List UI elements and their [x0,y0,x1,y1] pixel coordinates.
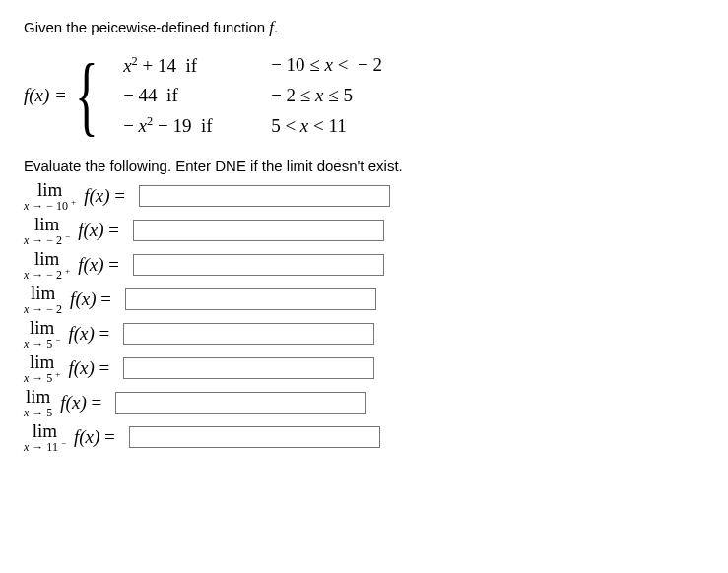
fx-expression: f(x) = [74,426,123,448]
limit-row: limx → 5 +f(x) = [24,352,704,384]
limit-row: limx → − 10 +f(x) = [24,180,704,212]
limit-row: limx → − 2 f(x) = [24,284,704,315]
limit-notation: limx → − 10 + [24,180,76,212]
limit-row: limx → 5 −f(x) = [24,318,704,350]
fx-expression: f(x) = [68,323,117,345]
lim-word: lim [34,249,59,268]
limit-row: limx → 5 f(x) = [24,387,704,418]
limit-answer-input[interactable] [123,323,374,345]
limit-row: limx → − 2 +f(x) = [24,249,704,281]
piece-expr: − 44 if [123,85,271,106]
lim-approach: x → 5 − [24,338,60,350]
limit-answer-input[interactable] [139,185,390,207]
piecewise-definition: f(x) = { x2 + 14 if − 10 ≤ x < − 2 − 44 … [24,51,704,140]
intro-suffix: . [274,19,278,35]
limit-notation: limx → 11 − [24,421,66,453]
lim-approach: x → − 2 − [24,234,70,246]
intro-prefix: Given the peicewise-defined function [24,19,269,35]
limit-notation: limx → − 2 + [24,249,70,281]
lim-word: lim [34,215,59,233]
limit-answer-input[interactable] [133,254,384,276]
limit-answer-input[interactable] [115,392,366,414]
lim-approach: x → − 10 + [24,200,76,212]
limit-notation: limx → 5 + [24,352,60,384]
limit-answer-input[interactable] [133,220,384,241]
piece-expr: − x2 − 19 if [123,114,271,137]
piece-row: − 44 if − 2 ≤ x ≤ 5 [123,85,458,106]
fx-expression: f(x) = [68,357,117,379]
problem-page: Given the peicewise-defined function f. … [0,0,728,573]
lim-approach: x → 5 + [24,372,60,384]
fx-expression: f(x) = [78,220,127,241]
left-brace-icon: { [75,51,99,140]
lim-word: lim [30,352,54,371]
instruction-text: Evaluate the following. Enter DNE if the… [24,158,704,174]
piece-row: − x2 − 19 if 5 < x < 11 [123,114,458,137]
limit-row: limx → 11 −f(x) = [24,421,704,453]
limits-list: limx → − 10 +f(x) =limx → − 2 −f(x) =lim… [24,180,704,453]
limit-answer-input[interactable] [129,426,380,448]
fx-expression: f(x) = [84,185,133,207]
fx-expression: f(x) = [60,392,109,414]
lim-word: lim [31,284,55,302]
piece-cond: 5 < x < 11 [271,115,458,137]
limit-notation: limx → 5 [24,387,52,418]
piece-row: x2 + 14 if − 10 ≤ x < − 2 [123,54,458,77]
lim-approach: x → 5 [24,407,52,418]
limit-row: limx → − 2 −f(x) = [24,215,704,246]
fx-expression: f(x) = [70,288,119,310]
piece-cond: − 10 ≤ x < − 2 [271,54,458,76]
limit-answer-input[interactable] [125,288,376,310]
limit-notation: limx → 5 − [24,318,60,350]
lim-word: lim [33,421,57,440]
intro-text: Given the peicewise-defined function f. [24,18,704,37]
lim-word: lim [37,180,62,199]
fx-expression: f(x) = [78,254,127,276]
lim-word: lim [30,318,54,337]
lim-approach: x → − 2 + [24,269,70,281]
lim-approach: x → − 2 [24,303,62,315]
limit-notation: limx → − 2 − [24,215,70,246]
limit-answer-input[interactable] [123,357,374,379]
piecewise-lhs: f(x) = [24,85,67,106]
piece-expr: x2 + 14 if [123,54,271,77]
lim-word: lim [26,387,50,406]
limit-notation: limx → − 2 [24,284,62,315]
piecewise-pieces: x2 + 14 if − 10 ≤ x < − 2 − 44 if − 2 ≤ … [123,54,458,138]
piece-cond: − 2 ≤ x ≤ 5 [271,85,458,106]
lim-approach: x → 11 − [24,441,66,453]
